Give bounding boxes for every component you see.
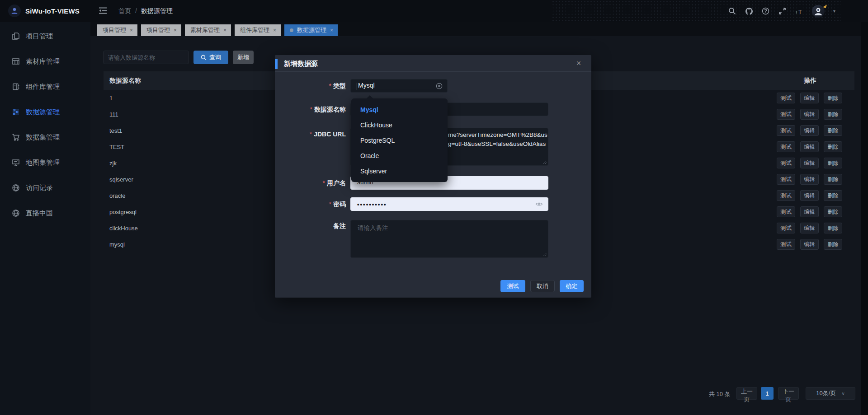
option-sqlserver[interactable]: Sqlserver xyxy=(351,163,448,179)
edit-button[interactable]: 编辑 xyxy=(800,174,819,185)
page-size-select[interactable]: 10条/页 ∨ xyxy=(806,387,855,400)
grid-icon xyxy=(12,57,20,65)
pagination-total: 共 10 条 xyxy=(709,390,731,398)
test-button[interactable]: 测试 xyxy=(777,125,795,136)
sidebar-item-datasource-mgmt[interactable]: 数据源管理 xyxy=(0,99,90,125)
row-actions: 测试 编辑 删除 xyxy=(777,223,842,233)
tab-project-mgmt-2[interactable]: 项目管理 × xyxy=(141,24,181,36)
dialog-test-button[interactable]: 测试 xyxy=(500,280,525,292)
test-button[interactable]: 测试 xyxy=(777,223,795,233)
tab-component-mgmt[interactable]: 组件库管理 × xyxy=(235,24,281,36)
sidebar-fold-icon[interactable] xyxy=(99,7,107,14)
delete-button[interactable]: 删除 xyxy=(824,206,842,217)
type-label: *类型 xyxy=(279,82,346,90)
test-button[interactable]: 测试 xyxy=(777,239,795,250)
row-actions: 测试 编辑 删除 xyxy=(777,93,842,103)
github-icon[interactable] xyxy=(745,7,753,15)
sidebar-item-access-log[interactable]: 访问记录 xyxy=(0,175,90,201)
edit-button[interactable]: 编辑 xyxy=(800,109,819,120)
option-mysql[interactable]: Mysql xyxy=(351,102,448,117)
search-icon[interactable] xyxy=(728,7,736,15)
current-page[interactable]: 1 xyxy=(761,387,774,400)
delete-button[interactable]: 删除 xyxy=(824,109,842,120)
close-icon[interactable]: × xyxy=(174,27,177,33)
test-button[interactable]: 测试 xyxy=(777,206,795,217)
avatar-flag-decoration xyxy=(823,4,827,8)
edit-button[interactable]: 编辑 xyxy=(800,158,819,168)
tab-datasource-mgmt[interactable]: 数据源管理 × xyxy=(284,24,338,36)
edit-button[interactable]: 编辑 xyxy=(800,141,819,152)
query-button-label: 查询 xyxy=(209,53,221,61)
test-button[interactable]: 测试 xyxy=(777,190,795,201)
test-button[interactable]: 测试 xyxy=(777,158,795,168)
page-size-value: 10条/页 xyxy=(816,389,836,397)
sidebar-item-dataset-mgmt[interactable]: 数据集管理 xyxy=(0,125,90,150)
tab-label: 数据源管理 xyxy=(297,26,326,34)
tags-view: 项目管理 × 项目管理 × 素材库管理 × 组件库管理 × 数据源管理 × xyxy=(97,24,338,36)
delete-button[interactable]: 删除 xyxy=(824,239,842,250)
resize-handle[interactable] xyxy=(543,252,547,256)
chevron-down-icon[interactable]: ▾ xyxy=(833,9,835,14)
clear-icon[interactable] xyxy=(436,83,443,89)
scrollbar-track[interactable] xyxy=(861,22,868,415)
close-icon[interactable]: × xyxy=(330,27,333,33)
type-dropdown: Mysql ClickHouse PostgreSQL Oracle Sqlse… xyxy=(351,98,448,182)
edit-button[interactable]: 编辑 xyxy=(800,206,819,217)
close-icon[interactable]: × xyxy=(130,27,133,33)
name-label: *数据源名称 xyxy=(279,106,346,114)
delete-button[interactable]: 删除 xyxy=(824,141,842,152)
sidebar-item-material-mgmt[interactable]: 素材库管理 xyxy=(0,49,90,74)
search-input[interactable] xyxy=(103,51,189,64)
delete-button[interactable]: 删除 xyxy=(824,190,842,201)
delete-button[interactable]: 删除 xyxy=(824,223,842,233)
eye-icon[interactable] xyxy=(535,201,543,208)
next-page-button[interactable]: 下一页 xyxy=(778,387,799,400)
dialog-title-accent xyxy=(275,59,278,69)
add-button[interactable]: 新增 xyxy=(233,51,254,64)
test-button[interactable]: 测试 xyxy=(777,174,795,185)
sidebar-item-component-mgmt[interactable]: 组件库管理 xyxy=(0,74,90,99)
tab-material-mgmt[interactable]: 素材库管理 × xyxy=(185,24,231,36)
edit-button[interactable]: 编辑 xyxy=(800,223,819,233)
breadcrumb-home[interactable]: 首页 xyxy=(118,7,131,15)
fullscreen-icon[interactable] xyxy=(778,7,787,15)
svg-text:T: T xyxy=(798,8,802,14)
edit-button[interactable]: 编辑 xyxy=(800,93,819,103)
sidebar-item-project-mgmt[interactable]: 项目管理 xyxy=(0,23,90,49)
sidebar-item-live-china[interactable]: 直播中国 xyxy=(0,201,90,226)
delete-button[interactable]: 删除 xyxy=(824,174,842,185)
option-clickhouse[interactable]: ClickHouse xyxy=(351,117,448,133)
test-button[interactable]: 测试 xyxy=(777,141,795,152)
close-icon[interactable]: × xyxy=(573,58,584,69)
user-avatar[interactable] xyxy=(812,5,825,18)
edit-button[interactable]: 编辑 xyxy=(800,239,819,250)
delete-button[interactable]: 删除 xyxy=(824,93,842,103)
option-postgresql[interactable]: PostgreSQL xyxy=(351,133,448,148)
test-button[interactable]: 测试 xyxy=(777,93,795,103)
dialog-cancel-button[interactable]: 取消 xyxy=(530,280,555,292)
remark-label: 备注 xyxy=(279,222,346,230)
close-icon[interactable]: × xyxy=(273,27,276,33)
query-button[interactable]: 查询 xyxy=(193,51,228,64)
option-oracle[interactable]: Oracle xyxy=(351,148,448,163)
sidebar-item-atlas-mgmt[interactable]: 地图集管理 xyxy=(0,150,90,175)
password-input[interactable]: •••••••••• xyxy=(350,197,548,211)
search-icon xyxy=(201,55,207,61)
edit-button[interactable]: 编辑 xyxy=(800,125,819,136)
type-select-input[interactable]: Mysql xyxy=(350,79,448,93)
required-mark: * xyxy=(323,179,325,187)
row-actions: 测试 编辑 删除 xyxy=(777,206,842,217)
delete-button[interactable]: 删除 xyxy=(824,125,842,136)
help-icon[interactable] xyxy=(762,7,770,15)
dialog-confirm-button[interactable]: 确定 xyxy=(560,280,584,292)
delete-button[interactable]: 删除 xyxy=(824,158,842,168)
resize-handle[interactable] xyxy=(543,160,547,164)
prev-page-button[interactable]: 上一页 xyxy=(736,387,757,400)
tab-label: 组件库管理 xyxy=(240,26,269,34)
test-button[interactable]: 测试 xyxy=(777,109,795,120)
close-icon[interactable]: × xyxy=(223,27,226,33)
tab-project-mgmt-1[interactable]: 项目管理 × xyxy=(97,24,137,36)
remark-textarea[interactable]: 请输入备注 xyxy=(350,220,548,258)
font-size-icon[interactable]: T T xyxy=(795,7,803,15)
edit-button[interactable]: 编辑 xyxy=(800,190,819,201)
